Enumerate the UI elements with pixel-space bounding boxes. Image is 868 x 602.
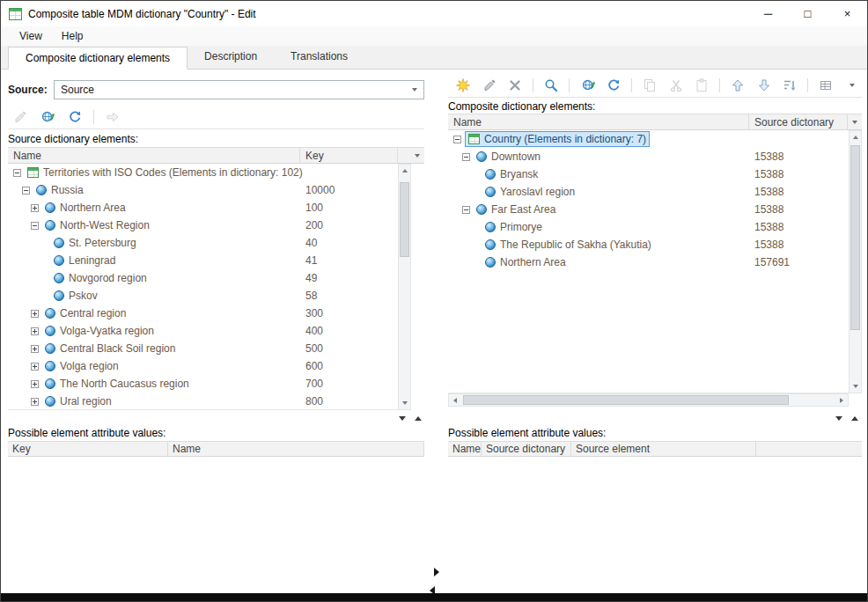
tree-row[interactable]: Territories with ISO Codes (Elements in … <box>8 164 398 181</box>
sync-button[interactable] <box>577 76 597 95</box>
tree-row[interactable]: Leningrad 41 <box>8 252 398 269</box>
tree-cell[interactable]: Central region <box>42 305 129 321</box>
tree-cell[interactable]: The Republic of Sakha (Yakutia) <box>482 237 654 253</box>
column-header-name[interactable]: Name <box>448 442 482 456</box>
expander-icon[interactable] <box>31 204 39 212</box>
tree-row[interactable]: Country (Elements in dictionary: 7) <box>448 130 849 148</box>
paste-button[interactable] <box>692 76 711 95</box>
toolbar-menu-button[interactable] <box>842 76 862 95</box>
tree-row[interactable]: Downtown 15388 <box>448 148 849 165</box>
tree-cell[interactable]: Volga region <box>42 358 121 374</box>
tree-cell[interactable]: Downtown <box>474 149 543 165</box>
scroll-up-button[interactable] <box>399 165 410 177</box>
more-commands-button[interactable] <box>816 76 835 95</box>
page-down-button[interactable] <box>832 413 846 424</box>
scroll-down-button[interactable] <box>399 397 410 409</box>
scrollbar-thumb[interactable] <box>850 145 860 330</box>
tree-cell[interactable]: Far East Area <box>474 202 558 217</box>
tree-cell[interactable]: Central Black Soil region <box>42 341 178 356</box>
tree-cell[interactable]: Northern Area <box>42 200 129 216</box>
scrollbar-thumb[interactable] <box>463 395 789 405</box>
move-down-button[interactable] <box>754 76 774 95</box>
expander-icon[interactable] <box>462 153 470 161</box>
expander-icon[interactable] <box>462 206 470 214</box>
tree-row[interactable]: Northern Area 100 <box>8 199 398 217</box>
tab-translations[interactable]: Translations <box>274 46 364 69</box>
column-header-name[interactable]: Name <box>168 442 424 456</box>
forward-button[interactable] <box>102 107 123 127</box>
tree-cell[interactable]: St. Petersburg <box>51 235 139 251</box>
expander-icon[interactable] <box>13 169 21 177</box>
tree-row[interactable]: St. Petersburg 40 <box>8 234 398 252</box>
tree-row[interactable]: Bryansk 15388 <box>448 165 849 183</box>
tab-composite-dictionary-elements[interactable]: Composite dictionary elements <box>8 47 188 70</box>
tree-cell[interactable]: Territories with ISO Codes (Elements in … <box>25 165 305 180</box>
maximize-button[interactable]: □ <box>788 1 828 26</box>
expander-icon[interactable] <box>453 136 461 143</box>
cut-button[interactable] <box>666 76 685 95</box>
column-header-name[interactable]: Name <box>8 148 300 163</box>
tree-cell[interactable]: Country (Elements in dictionary: 7) <box>465 131 650 147</box>
page-up-button[interactable] <box>848 413 862 424</box>
tree-cell[interactable]: Russia <box>33 182 86 198</box>
tree-row[interactable]: North-West Region 200 <box>8 217 398 234</box>
tree-cell[interactable]: Bryansk <box>482 166 541 182</box>
column-header-key[interactable]: Key <box>8 442 168 456</box>
tree-cell[interactable]: Primorye <box>482 219 545 235</box>
tree-cell[interactable]: Novgorod region <box>51 270 150 286</box>
tree-row[interactable]: Volga region 600 <box>8 357 398 375</box>
scroll-right-button[interactable] <box>835 394 848 406</box>
refresh-button[interactable] <box>64 107 85 127</box>
expander-icon[interactable] <box>22 187 30 195</box>
source-combobox[interactable]: Source <box>54 80 424 99</box>
add-button[interactable] <box>453 76 473 95</box>
tree-row[interactable]: Ural region 800 <box>8 393 398 410</box>
page-up-button[interactable] <box>411 413 425 424</box>
scrollbar-thumb[interactable] <box>400 182 409 257</box>
tree-row[interactable]: Russia 10000 <box>8 181 398 199</box>
tree-cell[interactable]: Volga-Vyatka region <box>42 323 157 339</box>
tree-row[interactable]: Central region 300 <box>8 305 398 322</box>
expander-icon[interactable] <box>31 363 39 371</box>
tree-cell[interactable]: Northern Area <box>482 254 569 270</box>
column-header-key[interactable]: Key <box>300 148 398 163</box>
tree-row[interactable]: Northern Area 157691 <box>448 253 849 271</box>
expander-icon[interactable] <box>31 345 39 353</box>
tree-cell[interactable]: Leningrad <box>51 253 118 268</box>
tree-row[interactable]: Primorye 15388 <box>448 218 849 236</box>
tree-cell[interactable]: North-West Region <box>42 217 152 233</box>
edit-button[interactable] <box>479 76 498 95</box>
scroll-left-button[interactable] <box>449 394 461 406</box>
close-button[interactable]: × <box>828 1 867 26</box>
column-header-source-dictionary[interactable]: Source dictonary <box>749 114 848 129</box>
sync-button[interactable] <box>37 107 58 127</box>
copy-button[interactable] <box>640 76 659 95</box>
edit-button[interactable] <box>10 107 31 127</box>
vertical-scrollbar[interactable] <box>398 164 411 410</box>
find-button[interactable] <box>541 76 561 95</box>
tree-row[interactable]: Novgorod region 49 <box>8 269 398 287</box>
expander-icon[interactable] <box>31 398 39 406</box>
column-header-source-element[interactable]: Source element <box>571 442 756 456</box>
expander-icon[interactable] <box>31 380 39 388</box>
column-header-name[interactable]: Name <box>448 114 749 129</box>
move-up-button[interactable] <box>728 76 747 95</box>
vertical-scrollbar[interactable] <box>849 130 862 393</box>
tab-description[interactable]: Description <box>188 46 274 69</box>
column-header-source-dictionary[interactable]: Source dictonary <box>482 442 571 456</box>
tree-cell[interactable]: Ural region <box>42 393 114 409</box>
tree-row[interactable]: Yaroslavl region 15388 <box>448 183 849 201</box>
tree-row[interactable]: Volga-Vyatka region 400 <box>8 322 398 340</box>
tree-cell[interactable]: Pskov <box>51 288 100 304</box>
tree-row[interactable]: The Republic of Sakha (Yakutia) 15388 <box>448 236 849 253</box>
expander-icon[interactable] <box>31 310 39 318</box>
expander-icon[interactable] <box>31 222 39 230</box>
scroll-up-button[interactable] <box>850 131 861 143</box>
minimize-button[interactable]: ─ <box>748 1 788 26</box>
tree-row[interactable]: Pskov 58 <box>8 287 398 305</box>
page-down-button[interactable] <box>395 413 409 424</box>
sort-button[interactable] <box>780 76 799 95</box>
tree-row[interactable]: The North Caucasus region 700 <box>8 375 398 393</box>
tree-cell[interactable]: The North Caucasus region <box>42 376 192 392</box>
tree-cell[interactable]: Yaroslavl region <box>482 184 577 200</box>
